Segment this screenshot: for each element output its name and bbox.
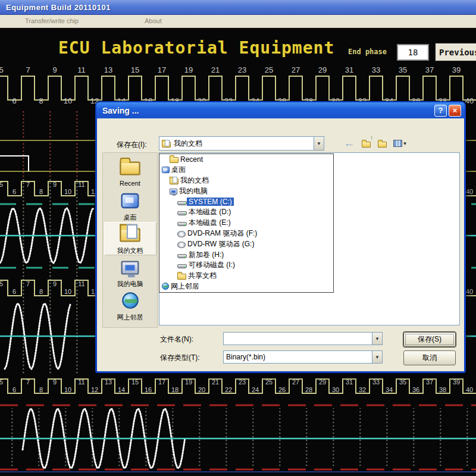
dialog-body: 保存在(I): 我的文档 ▼ ← ↑ ▾ Recent桌面我的文档我的电脑网上邻… [97, 118, 464, 371]
desktop-icon [162, 167, 170, 173]
tree-item-label: Recent [178, 155, 205, 164]
tree-item-label: DVD-RAM 驱动器 (F:) [186, 228, 259, 239]
up-folder-icon[interactable]: ↑ [359, 136, 373, 151]
tree-item-label: 桌面 [170, 165, 187, 175]
new-folder-icon[interactable] [375, 136, 389, 151]
help-icon[interactable]: ? [434, 105, 447, 117]
end-phase-input[interactable] [397, 44, 429, 61]
network-icon [162, 283, 169, 290]
drive-icon [177, 254, 187, 258]
file-name-combo[interactable]: ▼ [223, 332, 383, 345]
file-type-dropdown-icon[interactable]: ▼ [372, 351, 382, 363]
tree-item-label: 本地磁盘 (E:) [187, 218, 233, 228]
folder-icon [170, 157, 178, 163]
file-type-value: Binary(*.bin) [226, 353, 265, 361]
place-item[interactable]: 桌面 [104, 189, 156, 222]
file-name-label: 文件名(N): [160, 334, 193, 345]
tree-item-label: 网上邻居 [169, 281, 201, 292]
place-item[interactable]: Recent [104, 155, 156, 189]
menu-item-about[interactable]: About [145, 17, 162, 24]
menu-bar: Transfer/write chip About [0, 15, 476, 28]
folder-icon [120, 161, 140, 175]
tree-item[interactable]: 共享文档 [159, 271, 333, 281]
file-name-input[interactable] [226, 333, 372, 345]
close-icon[interactable]: × [449, 105, 461, 117]
tree-item[interactable]: 新加卷 (H:) [159, 249, 333, 260]
place-item[interactable]: 网上邻居 [104, 289, 156, 322]
docs-icon [120, 228, 140, 242]
save-in-label: 保存在(I): [117, 140, 147, 150]
place-label: 我的电脑 [117, 280, 143, 289]
place-label: Recent [120, 180, 140, 187]
folder-icon [177, 274, 186, 280]
tree-item-label: 可移动磁盘 (I:) [187, 260, 237, 270]
window-titlebar[interactable]: Equipment Build 20110101 [0, 0, 476, 15]
menu-item-transfer-write-chip[interactable]: Transfer/write chip [25, 17, 79, 24]
place-label: 我的文档 [117, 246, 143, 255]
tree-item[interactable]: DVD-RW 驱动器 (G:) [159, 239, 333, 249]
place-label: 桌面 [124, 213, 137, 222]
file-type-label: 保存类型(T): [160, 353, 200, 363]
back-icon[interactable]: ← [342, 136, 356, 151]
tree-item[interactable]: SYSTEM (C:) [159, 196, 333, 207]
tree-item[interactable]: 本地磁盘 (D:) [159, 207, 333, 218]
app-title: ECU Laboratorial Equipment [58, 38, 334, 58]
computer-icon [121, 261, 139, 275]
drive-icon [177, 264, 187, 268]
network-icon [122, 292, 139, 309]
view-menu-icon[interactable]: ▾ [390, 136, 409, 151]
end-phase-label: End phase [348, 48, 387, 56]
drive-icon [177, 222, 187, 226]
tree-item[interactable]: 网上邻居 [159, 281, 333, 292]
tree-item-label: SYSTEM (C:) [187, 198, 234, 206]
place-label: 网上邻居 [117, 313, 143, 322]
drive-icon [177, 201, 187, 205]
tree-item[interactable]: DVD-RAM 驱动器 (F:) [159, 228, 333, 239]
previous-button[interactable]: Previous [434, 42, 476, 62]
save-dialog: Saving ... ? × 保存在(I): 我的文档 ▼ ← ↑ ▾ [95, 101, 466, 373]
docs-icon [170, 178, 178, 184]
file-type-combo[interactable]: Binary(*.bin) ▼ [223, 350, 383, 364]
tree-item-label: 我的文档 [178, 176, 211, 186]
dialog-title: Saving ... [100, 106, 433, 115]
computer-icon [170, 189, 177, 195]
save-in-combo[interactable]: 我的文档 ▼ [159, 136, 324, 151]
tree-item[interactable]: 本地磁盘 (E:) [159, 218, 333, 228]
tree-item[interactable]: 我的文档 [159, 176, 333, 186]
places-bar: Recent桌面我的文档我的电脑网上邻居 [102, 152, 158, 328]
save-button[interactable]: 保存(S) [403, 332, 456, 347]
my-documents-icon [162, 142, 171, 148]
screen: Equipment Build 20110101 Transfer/write … [0, 0, 476, 476]
place-item[interactable]: 我的电脑 [104, 255, 156, 289]
tree-item[interactable]: 我的电脑 [159, 186, 333, 196]
file-name-dropdown-icon[interactable]: ▼ [372, 333, 382, 345]
cd-icon [177, 242, 186, 248]
tree-item[interactable]: 可移动磁盘 (I:) [159, 260, 333, 271]
tree-item-label: 我的电脑 [177, 186, 209, 196]
tree-item[interactable]: 桌面 [159, 165, 333, 176]
tree-item-label: DVD-RW 驱动器 (G:) [186, 239, 256, 249]
desktop-icon [121, 193, 139, 208]
save-in-value: 我的文档 [174, 139, 202, 149]
save-in-dropdown-icon[interactable]: ▼ [314, 137, 324, 150]
tree-item-label: 本地磁盘 (D:) [187, 207, 233, 217]
window-title: Equipment Build 20110101 [0, 3, 111, 12]
dialog-titlebar[interactable]: Saving ... ? × [96, 102, 465, 118]
place-item[interactable]: 我的文档 [104, 222, 156, 255]
tree-item[interactable]: Recent [159, 154, 333, 165]
folder-tree-dropdown: Recent桌面我的文档我的电脑SYSTEM (C:)本地磁盘 (D:)本地磁盘… [159, 154, 334, 293]
tree-item-label: 新加卷 (H:) [187, 250, 226, 260]
cancel-button[interactable]: 取消 [403, 350, 456, 365]
tree-item-label: 共享文档 [186, 271, 218, 281]
cd-icon [177, 231, 186, 237]
drive-icon [177, 211, 187, 215]
